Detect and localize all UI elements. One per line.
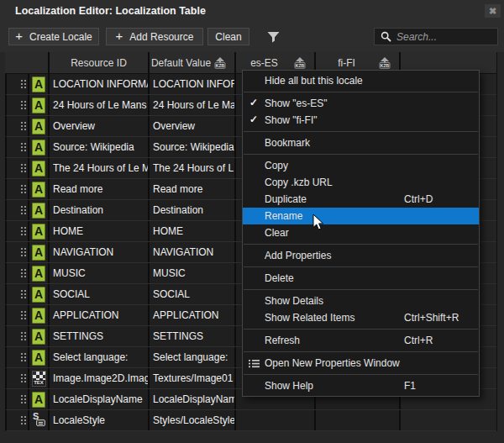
default-value-cell[interactable]: 24 Hours of Le Ma	[150, 95, 236, 115]
default-value-cell[interactable]: MUSIC	[150, 263, 236, 283]
menu-item-copy[interactable]: Copy	[243, 157, 479, 174]
default-value-cell[interactable]: APPLICATION	[150, 305, 236, 325]
filter-icon[interactable]	[266, 31, 281, 43]
menu-separator	[244, 131, 478, 132]
default-value-cell[interactable]: LOCATION INFOR	[150, 74, 236, 94]
add-resource-label: Add Resource	[129, 31, 193, 43]
resource-id-cell[interactable]: Destination	[50, 200, 150, 220]
resource-id-cell[interactable]: Read more	[50, 179, 150, 199]
resource-id-cell[interactable]: LocaleDisplayName	[50, 389, 150, 409]
drag-handle[interactable]	[7, 389, 29, 409]
default-value-cell[interactable]: NAVIGATION	[150, 242, 236, 262]
drag-handle[interactable]	[7, 284, 29, 304]
resource-id-cell[interactable]: SETTINGS	[50, 326, 150, 346]
default-value-cell[interactable]: LocaleDisplayNam	[150, 389, 236, 409]
default-value-cell[interactable]: Overview	[150, 116, 236, 136]
menu-separator	[244, 244, 478, 245]
drag-handle[interactable]	[7, 368, 29, 388]
menu-item-show-details[interactable]: Show Details	[243, 293, 479, 309]
text-resource-icon: A	[32, 287, 45, 303]
resource-id-cell[interactable]: HOME	[50, 221, 150, 241]
clean-button[interactable]: Clean	[207, 28, 249, 45]
menu-item-refresh[interactable]: RefreshCtrl+R	[243, 332, 479, 349]
menu-item-copy-kzb-url[interactable]: Copy .kzb URL	[243, 174, 479, 191]
style-resource-icon: S	[32, 413, 45, 428]
default-value-cell[interactable]: SETTINGS	[150, 326, 236, 346]
header-handle-column[interactable]	[7, 52, 50, 73]
drag-handle[interactable]	[7, 221, 29, 241]
menu-item-show-fi-FI[interactable]: ✓Show "fi-FI"	[243, 112, 479, 129]
text-resource-icon: A	[32, 140, 45, 156]
resource-id-cell[interactable]: Source: Wikipedia	[50, 137, 150, 157]
header-resource-id[interactable]: Resource ID	[50, 52, 150, 73]
menu-item-rename[interactable]: Rename	[243, 208, 479, 224]
default-value-cell[interactable]: The 24 Hours of L	[150, 158, 236, 178]
drag-handle[interactable]	[7, 158, 29, 178]
drag-handle[interactable]	[7, 179, 29, 199]
drag-handle[interactable]	[7, 242, 29, 262]
fi-FI-cell[interactable]	[316, 410, 401, 430]
kzb-export-icon: KZB	[293, 56, 307, 69]
search-input[interactable]	[375, 29, 497, 45]
table-row[interactable]: A TEX S LocaleStyle Styles/LocaleStyle	[5, 410, 496, 431]
default-value-cell[interactable]: Source: Wikipedia	[150, 137, 236, 157]
text-resource-icon: A	[32, 224, 45, 240]
resource-id-cell[interactable]: NAVIGATION	[50, 242, 150, 262]
resource-id-cell[interactable]: Overview	[50, 116, 150, 136]
resource-id-cell[interactable]: LOCATION INFORMAT	[50, 74, 150, 94]
drag-handle[interactable]	[7, 326, 29, 346]
checkmark-icon: ✓	[249, 97, 258, 108]
menu-separator	[244, 374, 478, 375]
menu-item-delete[interactable]: Delete	[243, 270, 479, 287]
menu-item-show-related-items[interactable]: Show Related ItemsCtrl+Shift+R	[243, 309, 479, 326]
menu-item-add-properties[interactable]: Add Properties	[243, 247, 479, 264]
header-default-value[interactable]: Default Value KZB	[150, 52, 236, 73]
resource-type-cell: A TEX S	[29, 95, 50, 115]
resource-id-cell[interactable]: SOCIAL	[50, 284, 150, 304]
resource-id-cell[interactable]: The 24 Hours of Le M	[50, 158, 150, 178]
drag-handle[interactable]	[7, 137, 29, 157]
resource-id-cell[interactable]: Image.Image2D.Imag	[50, 368, 150, 388]
resource-id-cell[interactable]: APPLICATION	[50, 305, 150, 325]
menu-item-show-es-ES[interactable]: ✓Show "es-ES"	[243, 95, 479, 112]
close-icon: ✖	[489, 6, 496, 17]
drag-handle[interactable]	[7, 116, 29, 136]
default-value-cell[interactable]: SOCIAL	[150, 284, 236, 304]
text-resource-icon: A	[32, 203, 45, 219]
menu-item-bookmark[interactable]: Bookmark	[243, 134, 479, 151]
menu-item-duplicate[interactable]: DuplicateCtrl+D	[243, 191, 479, 208]
default-value-cell[interactable]: Destination	[150, 200, 236, 220]
create-locale-button[interactable]: + Create Locale	[8, 28, 99, 45]
drag-handle[interactable]	[7, 200, 29, 220]
text-resource-icon: A	[32, 329, 45, 345]
drag-dots-icon	[21, 185, 26, 193]
resource-type-cell: A TEX S	[29, 368, 50, 388]
menu-separator	[244, 351, 478, 352]
close-button[interactable]: ✖	[485, 4, 501, 18]
resource-id-cell[interactable]: 24 Hours of Le Mans	[50, 95, 150, 115]
search-box[interactable]	[374, 28, 498, 45]
default-value-cell[interactable]: Select language:	[150, 347, 236, 367]
svg-text:KZB: KZB	[381, 63, 390, 68]
es-ES-cell[interactable]	[236, 410, 316, 430]
menu-item-clear[interactable]: Clear	[243, 224, 479, 241]
resource-type-cell: A TEX S	[29, 116, 50, 136]
drag-handle[interactable]	[7, 263, 29, 283]
resource-id-cell[interactable]: MUSIC	[50, 263, 150, 283]
drag-handle[interactable]	[7, 305, 29, 325]
menu-item-hide-all-but-this-locale[interactable]: Hide all but this locale	[243, 72, 479, 89]
default-value-cell[interactable]: HOME	[150, 221, 236, 241]
default-value-cell[interactable]: Read more	[150, 179, 236, 199]
default-value-cell[interactable]: Textures/Image01	[150, 368, 236, 388]
resource-id-cell[interactable]: LocaleStyle	[50, 410, 150, 430]
drag-handle[interactable]	[7, 74, 29, 94]
drag-handle[interactable]	[7, 347, 29, 367]
resource-id-cell[interactable]: Select language:	[50, 347, 150, 367]
default-value-cell[interactable]: Styles/LocaleStyle	[150, 410, 236, 430]
drag-handle[interactable]	[7, 95, 29, 115]
add-resource-button[interactable]: + Add Resource	[106, 28, 203, 45]
drag-dots-icon	[21, 290, 26, 298]
drag-handle[interactable]	[7, 410, 29, 430]
menu-item-show-help[interactable]: Show HelpF1	[243, 377, 479, 394]
menu-item-open-new-properties-window[interactable]: Open New Properties Window	[243, 355, 479, 372]
